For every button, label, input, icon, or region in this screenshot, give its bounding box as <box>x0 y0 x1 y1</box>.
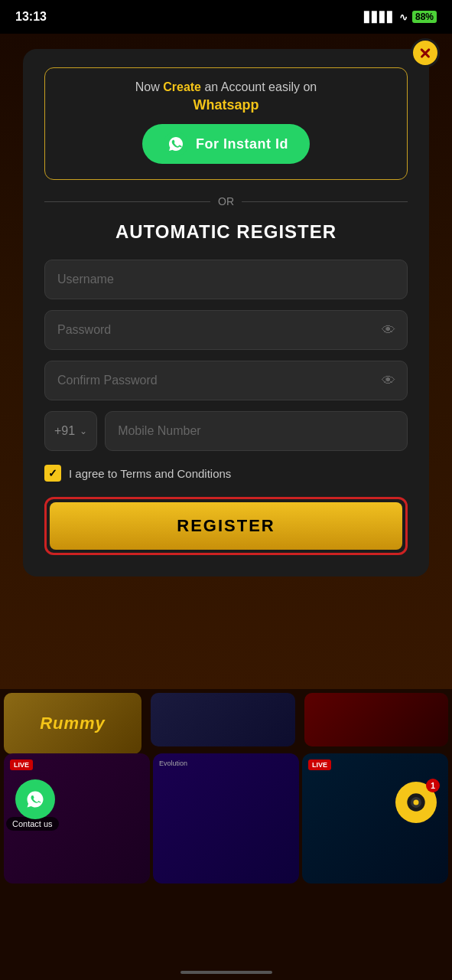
country-code-selector[interactable]: +91 ⌄ <box>44 411 97 451</box>
time: 13:13 <box>15 10 47 24</box>
section-title: AUTOMATIC REGISTER <box>44 221 408 243</box>
modal-wrapper: Now Create an Account easily on Whatsapp… <box>0 34 452 599</box>
close-button[interactable] <box>411 38 440 67</box>
confirm-password-input[interactable] <box>44 361 408 400</box>
register-button-wrapper: REGISTER <box>44 497 408 555</box>
register-button[interactable]: REGISTER <box>50 502 402 550</box>
username-group <box>44 260 408 299</box>
or-line-right <box>242 201 408 202</box>
chat-icon <box>405 792 427 813</box>
signal-icon: ▋▋▋▋ <box>364 11 395 23</box>
whatsapp-text-line1: Now Create an Account easily on <box>60 80 392 94</box>
password-group: 👁 <box>44 310 408 350</box>
evolution-badge: Evolution <box>159 760 187 767</box>
wifi-icon: ∿ <box>399 11 408 23</box>
svg-point-3 <box>414 800 419 805</box>
country-code-value: +91 <box>54 424 75 438</box>
chat-badge: 1 <box>426 779 440 792</box>
game-row-1: Rummy <box>0 689 452 750</box>
rummy-card[interactable]: Rummy <box>4 693 141 754</box>
create-highlight: Create <box>163 80 201 93</box>
confirm-password-group: 👁 <box>44 361 408 400</box>
status-bar: 13:13 ▋▋▋▋ ∿ 88% <box>0 0 452 34</box>
mobile-row: +91 ⌄ <box>44 411 408 451</box>
bottom-game-area: Rummy LIVE Evolution LIVE Contact us 1 <box>0 689 452 980</box>
confirm-password-eye-icon[interactable]: 👁 <box>382 373 395 389</box>
red-game-card[interactable] <box>304 693 449 746</box>
game-row-2: LIVE Evolution LIVE <box>0 753 452 884</box>
whatsapp-button-label: For Instant Id <box>196 136 288 152</box>
whatsapp-icon <box>164 132 188 156</box>
live-badge-2: LIVE <box>308 760 331 770</box>
username-input[interactable] <box>44 260 408 299</box>
whatsapp-float-icon <box>24 789 46 810</box>
terms-row: I agree to Terms and Conditions <box>44 465 408 482</box>
or-line-left <box>44 201 210 202</box>
live-badge-1: LIVE <box>10 760 33 770</box>
whatsapp-name: Whatsapp <box>60 97 392 113</box>
modal-box: Now Create an Account easily on Whatsapp… <box>23 49 429 577</box>
mobile-number-input[interactable] <box>105 411 408 451</box>
or-text: OR <box>218 195 234 207</box>
crazy-time-card[interactable]: Evolution <box>153 753 299 884</box>
password-eye-icon[interactable]: 👁 <box>382 322 395 338</box>
home-indicator <box>180 971 272 974</box>
whatsapp-section: Now Create an Account easily on Whatsapp… <box>44 67 408 180</box>
whatsapp-button[interactable]: For Instant Id <box>142 124 310 164</box>
chevron-down-icon: ⌄ <box>80 426 87 436</box>
terms-label: I agree to Terms and Conditions <box>69 467 231 480</box>
dark-game-card[interactable] <box>151 693 295 746</box>
status-icons: ▋▋▋▋ ∿ 88% <box>364 11 437 23</box>
battery-indicator: 88% <box>412 11 437 23</box>
or-divider: OR <box>44 195 408 207</box>
terms-checkbox[interactable] <box>44 465 61 482</box>
chat-floating-button[interactable]: 1 <box>395 782 437 823</box>
whatsapp-floating-button[interactable] <box>15 779 55 819</box>
password-input[interactable] <box>44 310 408 350</box>
